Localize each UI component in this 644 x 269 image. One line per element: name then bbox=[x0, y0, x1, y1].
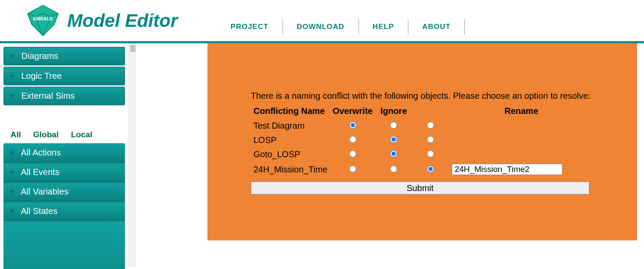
tab-all[interactable]: All bbox=[4, 127, 27, 142]
overwrite-radio[interactable] bbox=[349, 165, 356, 172]
expand-icon: + bbox=[10, 148, 16, 157]
sidebar-item-all-variables[interactable]: + All Variables bbox=[3, 182, 125, 201]
sidebar-item-label: All Actions bbox=[21, 148, 61, 158]
sidebar-item-all-events[interactable]: + All Events bbox=[3, 163, 125, 181]
overwrite-radio[interactable] bbox=[349, 150, 356, 157]
ignore-radio[interactable] bbox=[390, 150, 397, 157]
logo-block: EMRALD Model Editor bbox=[24, 5, 177, 36]
top-nav: PROJECT DOWNLOAD HELP ABOUT bbox=[217, 19, 465, 35]
submit-button[interactable]: Submit bbox=[251, 181, 589, 194]
conflict-name: 24H_Mission_Time bbox=[251, 162, 330, 177]
sidebar-item-label: All States bbox=[21, 206, 57, 216]
conflict-row: 24H_Mission_Time bbox=[251, 162, 594, 177]
nav-project[interactable]: PROJECT bbox=[217, 23, 282, 31]
sidebar-bottom-block: + All Actions + All Events + All Variabl… bbox=[3, 143, 125, 269]
conflict-dialog: There is a naming conflict with the foll… bbox=[207, 43, 637, 240]
conflict-name: Goto_LOSP bbox=[251, 147, 330, 162]
sidebar-scrollbar[interactable] bbox=[128, 43, 136, 267]
sidebar-tail bbox=[3, 221, 125, 269]
conflict-row: LOSP bbox=[251, 133, 594, 147]
emerald-logo-icon: EMRALD bbox=[24, 5, 62, 36]
rename-input[interactable] bbox=[452, 164, 562, 175]
expand-icon: + bbox=[10, 71, 16, 81]
sidebar-item-label: External Sims bbox=[21, 91, 75, 101]
rename-radio[interactable] bbox=[427, 150, 434, 157]
sidebar-item-label: All Variables bbox=[21, 187, 69, 197]
rename-radio[interactable] bbox=[427, 165, 434, 172]
sidebar: + Diagrams + Logic Tree + External Sims … bbox=[0, 43, 128, 267]
sidebar-item-label: Diagrams bbox=[21, 51, 59, 61]
conflict-name: LOSP bbox=[251, 133, 330, 147]
sidebar-scrollbar-thumb[interactable] bbox=[130, 45, 135, 52]
expand-icon: + bbox=[10, 52, 16, 61]
main-area: + Diagrams + Logic Tree + External Sims … bbox=[0, 43, 644, 267]
sidebar-item-all-states[interactable]: + All States bbox=[3, 202, 125, 220]
rename-radio[interactable] bbox=[427, 136, 434, 143]
expand-icon: + bbox=[10, 91, 16, 100]
expand-icon: + bbox=[10, 207, 16, 216]
ignore-radio[interactable] bbox=[390, 136, 397, 143]
conflict-row: Goto_LOSP bbox=[251, 147, 594, 162]
scope-tabs: All Global Local bbox=[4, 127, 128, 142]
sidebar-item-external-sims[interactable]: + External Sims bbox=[3, 87, 125, 105]
sidebar-item-label: All Events bbox=[21, 167, 59, 177]
overwrite-radio[interactable] bbox=[349, 136, 356, 143]
sidebar-gap bbox=[0, 107, 128, 127]
col-ignore: Ignore bbox=[375, 105, 412, 119]
nav-separator bbox=[464, 19, 465, 35]
tab-global[interactable]: Global bbox=[27, 127, 65, 142]
ignore-radio[interactable] bbox=[390, 122, 397, 129]
tab-local[interactable]: Local bbox=[65, 127, 99, 142]
sidebar-item-diagrams[interactable]: + Diagrams bbox=[3, 47, 125, 65]
sidebar-item-all-actions[interactable]: + All Actions bbox=[3, 143, 125, 162]
dialog-message: There is a naming conflict with the foll… bbox=[251, 90, 594, 102]
nav-download[interactable]: DOWNLOAD bbox=[283, 23, 358, 31]
expand-icon: + bbox=[10, 187, 16, 196]
conflict-name: Test Diagram bbox=[251, 119, 330, 133]
conflict-table: Conflicting Name Overwrite Ignore Rename… bbox=[251, 105, 594, 177]
ignore-radio[interactable] bbox=[390, 165, 397, 172]
svg-text:EMRALD: EMRALD bbox=[33, 16, 53, 21]
sidebar-wrap: + Diagrams + Logic Tree + External Sims … bbox=[0, 43, 138, 267]
expand-icon: + bbox=[10, 168, 16, 177]
overwrite-radio[interactable] bbox=[349, 122, 356, 129]
sidebar-item-label: Logic Tree bbox=[21, 71, 62, 81]
rename-radio[interactable] bbox=[427, 122, 434, 129]
app-header: EMRALD Model Editor PROJECT DOWNLOAD HEL… bbox=[0, 0, 644, 43]
nav-help[interactable]: HELP bbox=[359, 23, 408, 31]
sidebar-item-logic-tree[interactable]: + Logic Tree bbox=[3, 67, 125, 85]
app-title: Model Editor bbox=[67, 10, 177, 31]
col-rename: Rename bbox=[449, 105, 594, 119]
col-conflicting-name: Conflicting Name bbox=[251, 105, 330, 119]
conflict-header-row: Conflicting Name Overwrite Ignore Rename bbox=[251, 105, 594, 119]
content-area: There is a naming conflict with the foll… bbox=[138, 43, 644, 267]
nav-about[interactable]: ABOUT bbox=[408, 23, 464, 31]
col-overwrite: Overwrite bbox=[330, 105, 375, 119]
conflict-row: Test Diagram bbox=[251, 119, 594, 133]
